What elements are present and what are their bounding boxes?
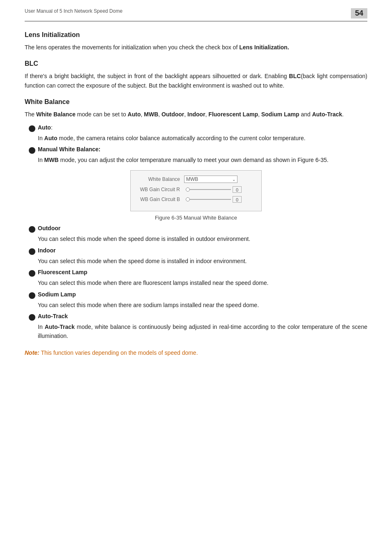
bullet-sodium-text: You can select this mode when there are … [38,301,367,310]
figure-wbb-thumb [186,197,190,201]
figure-6-35-box: White Balance MWB ⌄ WB Gain Circuit R 0 [130,170,262,211]
bullet-auto-text: In Auto mode, the camera retains color b… [38,134,367,143]
figure-wb-label: White Balance [139,176,184,182]
figure-wbb-track[interactable] [186,199,231,200]
bullet-autotrack-label: Auto-Track [38,313,68,319]
figure-wb-select-value: MWB [186,176,198,182]
bullet-indoor-text: You can select this mode when the speed … [38,257,367,266]
figure-wbr-row: WB Gain Circuit R 0 [139,186,253,193]
figure-6-35-container: White Balance MWB ⌄ WB Gain Circuit R 0 [25,170,367,221]
bullet-autotrack: Auto-Track [25,313,367,321]
bullet-auto: Auto: [25,124,367,132]
page: User Manual of 5 Inch Network Speed Dome… [0,0,392,555]
bullet-dot-fluorescent [29,270,35,277]
white-balance-section: White Balance The White Balance mode can… [25,98,367,357]
lens-init-body: The lens operates the movements for init… [25,43,367,52]
bullet-indoor: Indoor [25,247,367,255]
figure-6-35-caption: Figure 6-35 Manual White Balance [155,215,237,221]
page-header: User Manual of 5 Inch Network Speed Dome… [25,8,367,21]
bullet-outdoor-text: You can select this mode when the speed … [38,234,367,243]
bullet-autotrack-text: In Auto-Track mode, white balance is con… [38,322,367,341]
lens-init-section: Lens Initialization The lens operates th… [25,31,367,52]
figure-wbb-value: 0 [233,196,242,203]
figure-wbb-slider: 0 [184,196,242,203]
bullet-dot-mwb [29,147,35,154]
figure-wbr-label: WB Gain Circuit R [139,187,184,192]
bullet-mwb-label: Manual White Balance: [38,146,100,153]
figure-wbb-row: WB Gain Circuit B 0 [139,196,253,203]
bullet-sodium: Sodium Lamp [25,291,367,299]
figure-wbr-slider: 0 [184,186,242,193]
bullet-mwb-text: In MWB mode, you can adjust the color te… [38,155,367,164]
note: Note: This function varies depending on … [25,348,367,357]
blc-body: If there's a bright backlight, the subje… [25,72,367,90]
bullet-dot-outdoor [29,226,35,233]
bullet-dot-auto [29,125,35,132]
bullet-fluorescent-label: Fluorescent Lamp [38,269,88,275]
figure-wbr-value: 0 [233,186,242,193]
blc-section: BLC If there's a bright backlight, the s… [25,60,367,90]
figure-wb-row: White Balance MWB ⌄ [139,176,253,183]
header-title: User Manual of 5 Inch Network Speed Dome [25,8,122,14]
bullet-mwb: Manual White Balance: [25,146,367,154]
bullet-dot-sodium [29,292,35,299]
figure-wbb-label: WB Gain Circuit B [139,197,184,202]
figure-wbr-track[interactable] [186,189,231,190]
bullet-indoor-label: Indoor [38,247,56,254]
bullet-outdoor: Outdoor [25,225,367,233]
bullet-dot-indoor [29,248,35,255]
figure-wbr-thumb [186,187,190,192]
white-balance-intro: The White Balance mode can be set to Aut… [25,110,367,119]
blc-title: BLC [25,60,367,67]
white-balance-title: White Balance [25,98,367,106]
page-number: 54 [351,8,367,18]
bullet-sodium-label: Sodium Lamp [38,291,76,298]
chevron-down-icon: ⌄ [232,177,235,182]
bullet-auto-label: Auto [38,124,51,131]
bullet-outdoor-label: Outdoor [38,225,60,231]
figure-wb-select[interactable]: MWB ⌄ [184,176,238,183]
bullet-fluorescent-text: You can select this mode when there are … [38,278,367,287]
bullet-fluorescent: Fluorescent Lamp [25,269,367,277]
lens-init-title: Lens Initialization [25,31,367,39]
bullet-dot-autotrack [29,314,35,321]
